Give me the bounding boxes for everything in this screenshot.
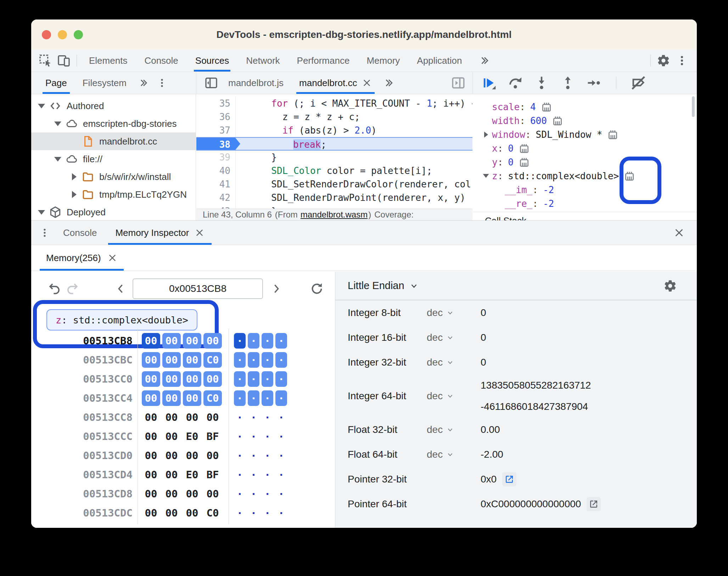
value-mode-select[interactable]: dec: [427, 449, 481, 460]
hex-byte[interactable]: 00: [203, 448, 222, 463]
tab-network[interactable]: Network: [237, 50, 288, 72]
more-navigator-tabs-button[interactable]: [134, 74, 153, 92]
history-forward-icon[interactable]: [66, 282, 79, 295]
editor-tab-mandelbrot.cc[interactable]: mandelbrot.cc: [291, 72, 380, 94]
ascii-char[interactable]: .: [275, 429, 287, 444]
ascii-char[interactable]: .: [275, 448, 287, 463]
device-toolbar-icon[interactable]: [55, 51, 73, 70]
settings-gear-icon[interactable]: [654, 51, 673, 70]
kebab-menu-icon[interactable]: [673, 51, 691, 70]
ascii-char[interactable]: .: [262, 486, 273, 502]
hex-byte[interactable]: E0: [183, 467, 201, 482]
ascii-char[interactable]: .: [248, 333, 259, 349]
ascii-char[interactable]: .: [248, 429, 259, 444]
ascii-char[interactable]: .: [234, 467, 246, 482]
step-out-button[interactable]: [560, 75, 576, 91]
ascii-char[interactable]: .: [234, 390, 246, 406]
tab-console[interactable]: Console: [136, 50, 186, 72]
line-number-37[interactable]: 37: [196, 124, 236, 137]
hex-byte[interactable]: 00: [142, 486, 160, 502]
line-number-35[interactable]: 35: [196, 97, 236, 110]
memory-chip-icon[interactable]: [518, 156, 531, 168]
memory-chip-icon[interactable]: [518, 142, 531, 154]
tab-elements[interactable]: Elements: [80, 50, 136, 72]
hex-byte[interactable]: 00: [142, 371, 160, 387]
more-panels-button[interactable]: [471, 50, 498, 72]
tab-sources[interactable]: Sources: [187, 50, 237, 72]
close-tab-icon[interactable]: [195, 228, 205, 238]
drawer-tab-memory-inspector[interactable]: Memory Inspector: [106, 221, 214, 245]
ascii-char[interactable]: .: [248, 371, 259, 387]
ascii-char[interactable]: .: [234, 486, 246, 502]
hex-byte[interactable]: 00: [162, 429, 181, 444]
ascii-char[interactable]: .: [275, 486, 287, 502]
ascii-char[interactable]: .: [248, 486, 259, 502]
ascii-char[interactable]: .: [234, 448, 246, 463]
hex-byte[interactable]: 00: [162, 371, 181, 387]
line-number-40[interactable]: 40: [196, 164, 236, 177]
more-editor-tabs-button[interactable]: [380, 74, 398, 92]
memory-chip-icon-box[interactable]: [540, 101, 553, 113]
hex-byte[interactable]: 00: [162, 467, 181, 482]
next-page-icon[interactable]: [270, 283, 282, 295]
hex-byte[interactable]: 00: [183, 333, 201, 349]
ascii-char[interactable]: .: [248, 390, 259, 406]
close-drawer-icon[interactable]: [673, 221, 685, 245]
hide-navigator-panel-icon[interactable]: [202, 74, 220, 92]
navigator-kebab-menu-icon[interactable]: [153, 74, 171, 92]
hex-byte[interactable]: 00: [142, 467, 160, 482]
scope-expand-arrow[interactable]: [480, 131, 492, 138]
ascii-char[interactable]: .: [262, 410, 273, 425]
memory-tab[interactable]: Memory(256): [40, 245, 124, 271]
hex-byte[interactable]: BF: [203, 467, 222, 482]
show-debugger-panel-icon[interactable]: [449, 74, 467, 92]
open-in-memory-inspector-icon[interactable]: [588, 499, 599, 509]
hex-byte[interactable]: 00: [142, 352, 160, 368]
tree-expand-arrow[interactable]: [52, 122, 64, 126]
tree-item-tmp-tmp-elctq2ygn[interactable]: tmp/tmp.ELcTq2YGN: [31, 186, 196, 203]
ascii-char[interactable]: .: [262, 429, 273, 444]
hex-byte[interactable]: 00: [203, 333, 222, 349]
hex-byte[interactable]: 00: [162, 486, 181, 502]
tab-memory[interactable]: Memory: [358, 50, 408, 72]
ascii-char[interactable]: .: [262, 371, 273, 387]
refresh-icon[interactable]: [310, 282, 324, 296]
close-tab-icon[interactable]: [362, 78, 372, 88]
jump-to-pointer-box[interactable]: [502, 472, 516, 486]
ascii-char[interactable]: .: [248, 448, 259, 463]
value-mode-select[interactable]: dec: [427, 332, 481, 343]
tree-item-b-s-w-ir-x-w-install[interactable]: b/s/w/ir/x/w/install: [31, 168, 196, 186]
line-number-36[interactable]: 36: [196, 110, 236, 124]
ascii-char[interactable]: .: [275, 467, 287, 482]
hex-byte[interactable]: C0: [203, 352, 222, 368]
close-memory-tab-icon[interactable]: [107, 253, 117, 263]
ascii-char[interactable]: .: [248, 410, 259, 425]
ascii-char[interactable]: .: [262, 352, 273, 368]
ascii-char[interactable]: .: [275, 410, 287, 425]
maximize-window-button[interactable]: [74, 30, 83, 39]
memory-chip-icon[interactable]: [606, 129, 619, 141]
memory-chip-icon[interactable]: [551, 115, 564, 127]
hex-byte[interactable]: 00: [162, 352, 181, 368]
ascii-char[interactable]: .: [262, 333, 273, 349]
step-over-button[interactable]: [508, 75, 523, 91]
hex-byte[interactable]: 00: [203, 486, 222, 502]
tree-item-authored[interactable]: Authored: [31, 97, 196, 115]
ascii-char[interactable]: .: [234, 410, 246, 425]
history-back-icon[interactable]: [47, 282, 61, 295]
value-mode-select[interactable]: dec: [427, 390, 481, 402]
memory-chip-icon-box[interactable]: [623, 170, 636, 182]
line-number-42[interactable]: 42: [196, 191, 236, 204]
tree-expand-arrow[interactable]: [52, 157, 64, 162]
ascii-char[interactable]: .: [248, 467, 259, 482]
memory-chip-icon-box[interactable]: [551, 115, 564, 127]
line-number-38[interactable]: 38: [196, 138, 235, 150]
call-stack-section-header[interactable]: Call Stack: [473, 212, 697, 220]
memory-chip-icon-box[interactable]: [606, 129, 619, 141]
hex-byte[interactable]: 00: [183, 371, 201, 387]
tree-expand-arrow[interactable]: [35, 104, 47, 108]
resume-script-button[interactable]: [481, 75, 497, 91]
tree-expand-arrow[interactable]: [68, 173, 80, 180]
memory-chip-icon[interactable]: [540, 101, 553, 113]
line-number-39[interactable]: 39: [196, 151, 236, 164]
